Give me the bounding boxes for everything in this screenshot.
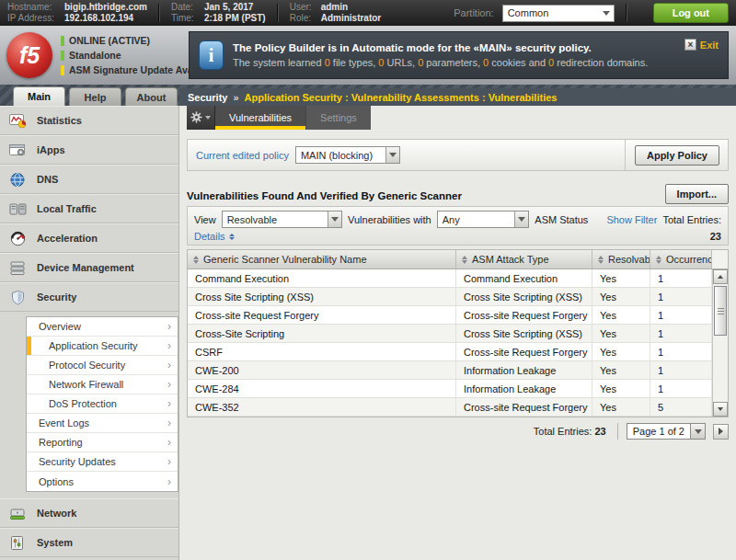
sidebar-item-security[interactable]: Security bbox=[0, 282, 178, 312]
scroll-up-button[interactable] bbox=[713, 269, 728, 284]
table-row[interactable]: Cross-Site ScriptingCross Site Scripting… bbox=[188, 325, 712, 343]
branding-area: f5 ONLINE (ACTIVE) Standalone ASM Signat… bbox=[0, 32, 189, 78]
policy-builder-banner: The Policy Builder is in Automatic mode … bbox=[189, 31, 729, 79]
scrollbar-thumb[interactable] bbox=[714, 286, 727, 336]
view-select[interactable]: Resolvable bbox=[222, 211, 342, 228]
sidebar-item-network[interactable]: Network bbox=[0, 498, 178, 528]
table-row[interactable]: CWE-284Information LeakageYes1 bbox=[188, 380, 712, 398]
user-value: admin bbox=[321, 2, 348, 13]
details-toggle-link[interactable]: Details bbox=[194, 231, 235, 242]
column-header-resolvable[interactable]: Resolvable bbox=[592, 250, 650, 269]
expand-collapse-icon bbox=[229, 234, 235, 240]
vulnerabilities-with-select[interactable]: Any bbox=[437, 211, 530, 228]
sidebar-item-dns[interactable]: DNS bbox=[0, 165, 178, 194]
submenu-item-event-logs[interactable]: Event Logs bbox=[27, 414, 178, 433]
policy-select[interactable]: MAIN (blocking) bbox=[295, 146, 400, 164]
triangle-right-icon bbox=[719, 428, 723, 435]
submenu-item-options[interactable]: Options bbox=[27, 472, 178, 491]
table-row[interactable]: CSRFCross-site Request ForgeryYes1 bbox=[188, 343, 712, 361]
chevron-right-icon bbox=[167, 360, 171, 371]
filter-toolbar: View Resolvable Vulnerabilities with Any… bbox=[187, 206, 729, 246]
submenu-item-application-security[interactable]: Application Security bbox=[27, 337, 178, 356]
banner-text: The Policy Builder is in Automatic mode … bbox=[233, 42, 648, 68]
submenu-item-protocol-security[interactable]: Protocol Security bbox=[27, 356, 178, 375]
vulnerabilities-with-label: Vulnerabilities with bbox=[348, 214, 431, 225]
tab-main[interactable]: Main bbox=[13, 86, 65, 106]
role-label: Role: bbox=[290, 13, 317, 24]
partition-select[interactable]: Common bbox=[502, 5, 615, 22]
sidebar-item-system[interactable]: System bbox=[0, 528, 178, 557]
table-scrollbar[interactable] bbox=[712, 269, 728, 417]
banner-strip: f5 ONLINE (ACTIVE) Standalone ASM Signat… bbox=[0, 26, 736, 85]
page-select[interactable]: Page 1 of 2 bbox=[627, 423, 691, 440]
page-title: Vulnerabilities Found And Verified By Ge… bbox=[187, 190, 462, 204]
f5-logo: f5 bbox=[6, 32, 52, 78]
date-value: Jan 5, 2017 bbox=[204, 2, 253, 13]
table-row[interactable]: Cross Site Scripting (XSS)Cross Site Scr… bbox=[188, 288, 712, 306]
chevron-right-icon bbox=[167, 340, 171, 351]
page-select-dropdown-button[interactable] bbox=[691, 423, 706, 440]
device-management-icon bbox=[8, 260, 29, 276]
show-filter-link[interactable]: Show Filter bbox=[606, 214, 657, 225]
table-row[interactable]: CWE-200Information LeakageYes1 bbox=[188, 361, 712, 380]
network-icon bbox=[8, 506, 29, 521]
primary-tabs: Main Help About bbox=[0, 85, 179, 106]
page-options-menu-button[interactable] bbox=[187, 106, 215, 130]
submenu-item-dos-protection[interactable]: DoS Protection bbox=[27, 394, 178, 414]
import-button[interactable]: Import... bbox=[665, 184, 729, 204]
status-green-bar bbox=[61, 51, 64, 61]
table-row[interactable]: Command ExecutionCommand ExecutionYes1 bbox=[188, 269, 712, 288]
table-row[interactable]: Cross-site Request ForgeryCross-site Req… bbox=[188, 306, 712, 325]
column-header-vulnerability-name[interactable]: Generic Scanner Vulnerability Name bbox=[188, 250, 456, 269]
current-edited-policy-link[interactable]: Current edited policy bbox=[196, 150, 289, 161]
submenu-item-network-firewall[interactable]: Network Firewall bbox=[27, 375, 178, 394]
view-label: View bbox=[194, 214, 216, 225]
next-page-button[interactable] bbox=[713, 424, 729, 440]
vulnerabilities-table: Generic Scanner Vulnerability Name ASM A… bbox=[187, 249, 729, 417]
table-row[interactable]: CWE-352Cross-site Request ForgeryYes5 bbox=[188, 398, 712, 417]
time-value: 2:18 PM (PST) bbox=[204, 13, 266, 24]
divider bbox=[626, 4, 627, 22]
sidebar-item-acceleration[interactable]: Acceleration bbox=[0, 223, 178, 253]
tab-settings[interactable]: Settings bbox=[305, 106, 371, 130]
scroll-down-button[interactable] bbox=[713, 402, 728, 417]
chevron-right-icon bbox=[167, 321, 171, 332]
apply-policy-button[interactable]: Apply Policy bbox=[635, 145, 719, 166]
date-label: Date: bbox=[171, 2, 201, 13]
exit-link[interactable]: Exit bbox=[700, 40, 719, 51]
chevron-down-icon bbox=[328, 211, 341, 227]
sort-icon bbox=[598, 256, 604, 264]
chevron-right-icon bbox=[167, 379, 171, 390]
system-icon bbox=[8, 535, 29, 551]
submenu-item-reporting[interactable]: Reporting bbox=[27, 433, 178, 452]
sidebar-item-iapps[interactable]: iApps bbox=[0, 135, 178, 165]
sort-icon bbox=[193, 256, 199, 264]
sidebar-item-device-management[interactable]: Device Management bbox=[0, 253, 178, 282]
banner-exit-group: Exit bbox=[684, 39, 719, 51]
table-rows: Command ExecutionCommand ExecutionYes1 C… bbox=[188, 269, 712, 417]
submenu-item-overview[interactable]: Overview bbox=[27, 317, 178, 337]
sort-icon bbox=[462, 256, 467, 264]
security-submenu: Overview Application Security Protocol S… bbox=[26, 316, 178, 492]
total-entries-value: 23 bbox=[710, 231, 721, 242]
column-header-occurrences[interactable]: Occurrences bbox=[650, 250, 712, 269]
submenu-item-security-updates[interactable]: Security Updates bbox=[27, 452, 178, 472]
tab-help[interactable]: Help bbox=[69, 87, 121, 106]
sidebar-item-local-traffic[interactable]: Local Traffic bbox=[0, 194, 178, 223]
tab-about[interactable]: About bbox=[125, 87, 178, 106]
column-header-attack-type[interactable]: ASM Attack Type bbox=[456, 250, 592, 269]
tab-vulnerabilities[interactable]: Vulnerabilities bbox=[215, 106, 305, 130]
status-yellow-bar bbox=[61, 65, 64, 75]
chevron-down-icon bbox=[514, 211, 528, 227]
role-value: Administrator bbox=[321, 13, 382, 24]
breadcrumb-section: Security bbox=[188, 92, 227, 103]
partition-selected-value: Common bbox=[503, 6, 600, 21]
triangle-up-icon bbox=[718, 275, 723, 279]
iapps-icon bbox=[8, 143, 29, 158]
chevron-right-icon bbox=[167, 398, 171, 409]
banner-title: The Policy Builder is in Automatic mode … bbox=[233, 42, 648, 53]
sidebar-item-statistics[interactable]: Statistics bbox=[0, 106, 178, 135]
close-icon[interactable] bbox=[684, 39, 696, 51]
logout-button[interactable]: Log out bbox=[653, 3, 729, 23]
gear-icon bbox=[190, 111, 202, 125]
